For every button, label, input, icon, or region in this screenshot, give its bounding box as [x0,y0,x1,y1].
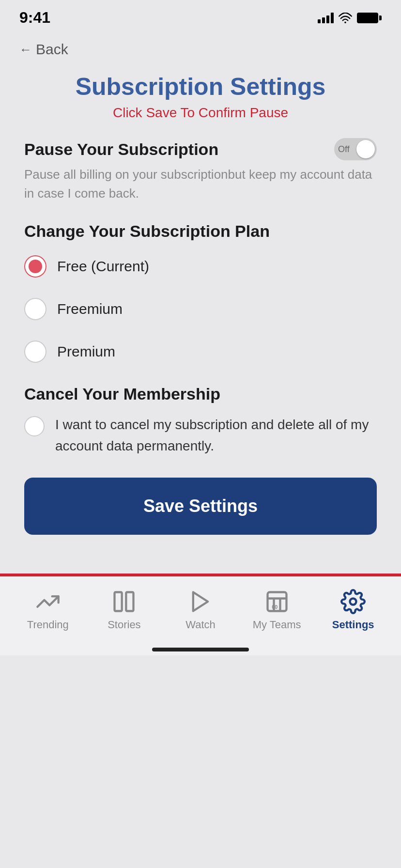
home-indicator [0,641,401,655]
signal-bars-icon [318,13,334,23]
pause-description: Pause all billing on your subscriptionbu… [24,165,377,203]
pause-title: Pause Your Subscription [24,140,218,159]
back-button[interactable]: ← Back [0,31,401,62]
tab-stories[interactable]: Stories [86,589,163,631]
status-time: 9:41 [19,9,50,27]
status-icons [318,13,382,23]
battery-icon [357,13,382,23]
svg-marker-3 [193,592,208,611]
radio-premium [24,341,46,363]
tab-bar: Trending Stories Watch 00 [0,576,401,641]
radio-free-inner [29,260,42,273]
plan-option-free[interactable]: Free (Current) [24,255,377,278]
save-settings-button[interactable]: Save Settings [24,478,377,535]
svg-rect-1 [115,592,122,611]
cancel-option-text: I want to cancel my subscription and del… [55,414,377,456]
toggle-knob [356,140,375,158]
status-bar: 9:41 [0,0,401,31]
plan-section: Change Your Subscription Plan Free (Curr… [24,220,377,363]
cancel-option[interactable]: I want to cancel my subscription and del… [24,414,377,456]
svg-point-9 [350,599,356,605]
trending-icon [35,589,61,615]
cancel-title: Cancel Your Membership [24,383,377,404]
settings-icon [340,589,366,615]
pause-section: Pause Your Subscription Off Pause all bi… [24,138,377,203]
back-arrow-icon: ← [19,42,32,57]
plan-freemium-label: Freemium [57,301,123,317]
home-bar [152,648,249,651]
watch-icon [187,589,214,615]
settings-label: Settings [332,619,374,631]
back-label: Back [36,41,68,58]
svg-text:00: 00 [272,604,278,610]
plan-option-freemium[interactable]: Freemium [24,298,377,320]
tab-watch[interactable]: Watch [162,589,239,631]
main-content: Subscription Settings Click Save To Conf… [0,62,401,574]
radio-freemium [24,298,46,320]
plan-free-label: Free (Current) [57,258,149,275]
pause-header: Pause Your Subscription Off [24,138,377,160]
tab-myteams[interactable]: 00 My Teams [239,589,315,631]
watch-label: Watch [185,619,216,631]
plan-option-premium[interactable]: Premium [24,341,377,363]
stories-label: Stories [108,619,140,631]
pause-toggle[interactable]: Off [334,138,377,160]
trending-label: Trending [27,619,69,631]
stories-icon [111,589,137,615]
toggle-off-label: Off [338,144,350,155]
radio-free [24,255,46,278]
tab-settings[interactable]: Settings [315,589,391,631]
plan-section-title: Change Your Subscription Plan [24,220,377,242]
svg-rect-2 [126,592,134,611]
pause-toggle-container: Off [334,138,377,160]
tab-trending[interactable]: Trending [10,589,86,631]
myteams-icon: 00 [264,589,290,615]
cancel-section: Cancel Your Membership I want to cancel … [24,383,377,456]
page-title: Subscription Settings [24,72,377,101]
wifi-icon [339,13,352,23]
subtitle-warning: Click Save To Confirm Pause [24,105,377,121]
myteams-label: My Teams [253,619,301,631]
svg-point-0 [344,21,346,23]
plan-premium-label: Premium [57,343,115,360]
cancel-radio [24,416,45,436]
